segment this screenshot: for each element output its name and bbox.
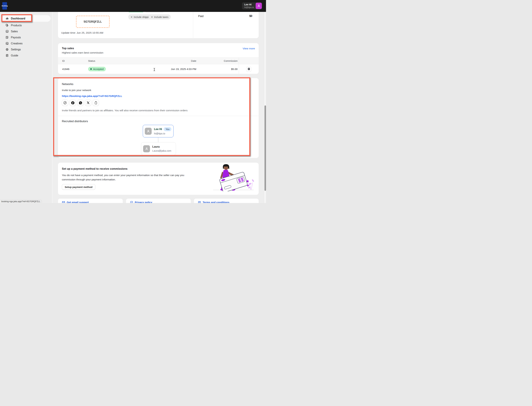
sidebar-item-label: Products <box>11 24 22 27</box>
cell-id: 41846 <box>58 68 84 71</box>
person-icon <box>145 147 149 151</box>
avatar <box>145 128 152 135</box>
top-sales-card: Top sales Highest sales earn best commis… <box>58 43 259 74</box>
setup-payment-label: Setup payment method <box>65 186 92 188</box>
terms-card[interactable]: Terms and conditions <box>194 199 259 203</box>
x-icon <box>86 101 90 104</box>
page-scrollbar[interactable] <box>264 12 266 203</box>
avatar <box>143 145 150 152</box>
sidebar-item-label: Payouts <box>11 36 21 39</box>
user-account-chip[interactable]: Lee Hi hi@tipo.io <box>242 2 262 9</box>
cell-date: Jun 19, 2025 4:03 PM <box>139 68 197 71</box>
cell-commission: $5.00 <box>197 68 239 71</box>
privacy-policy-card[interactable]: Privacy policy <box>126 199 191 203</box>
sidebar-item-label: Dashboard <box>11 17 25 20</box>
copy-link-icon <box>94 101 98 105</box>
networks-title: Networks <box>62 82 255 86</box>
table-row[interactable]: 41846 Accepted Jun 19, 2025 4:03 PM $5.0… <box>58 64 259 74</box>
share-facebook-button[interactable] <box>70 100 76 106</box>
referral-code-box[interactable]: 5G7GRQFZLL <box>76 16 110 28</box>
distributor-card-root[interactable]: Lee Hi You hi@tipo.io <box>143 125 174 138</box>
whatsapp-icon <box>79 101 82 105</box>
sidebar-item-creatives[interactable]: Creatives <box>2 40 50 46</box>
email-icon <box>62 201 65 203</box>
footer-card-label: Privacy policy <box>135 201 152 203</box>
distributor-name: Lee Hi <box>154 128 162 131</box>
include-taxes-chip[interactable]: ✕ Include taxes <box>149 14 171 20</box>
col-commission: Commission <box>197 59 239 62</box>
payment-title: Set up a payment method to receive commi… <box>62 167 127 170</box>
sidebar-item-label: Creatives <box>11 42 23 45</box>
booking-logo[interactable]: Booking <box>2 2 7 9</box>
pinterest-icon <box>63 101 67 105</box>
payment-body-line1: You do not have a payment method, you ca… <box>62 173 184 177</box>
close-icon[interactable]: ✕ <box>151 16 153 18</box>
sidebar-nav: Dashboard Products Sales <box>0 12 52 203</box>
top-sales-title: Top sales <box>62 47 74 50</box>
share-whatsapp-button[interactable] <box>77 100 84 106</box>
bar-chart-icon <box>5 17 9 20</box>
share-pinterest-button[interactable] <box>62 100 68 106</box>
document-icon <box>5 54 9 57</box>
sidebar-item-label: Settings <box>11 48 21 51</box>
top-header-bar: Booking Lee Hi hi@tipo.io <box>0 0 266 12</box>
view-order-button[interactable] <box>246 66 251 72</box>
setup-payment-button[interactable]: Setup payment method <box>62 184 95 190</box>
status-badge: Accepted <box>88 67 106 71</box>
price-tag-icon <box>5 24 9 27</box>
image-icon <box>5 42 9 45</box>
view-more-link[interactable]: View more <box>243 47 255 50</box>
sidebar-item-sales[interactable]: Sales <box>2 28 50 34</box>
payment-body-line2: commission through your payment informat… <box>62 177 184 182</box>
copy-link-button[interactable] <box>93 100 99 106</box>
share-x-button[interactable] <box>85 100 91 106</box>
footer-card-label: Get email support <box>67 201 89 203</box>
sidebar-item-label: Sales <box>11 30 18 33</box>
invite-label: Invite to join your network <box>62 89 255 92</box>
paid-label: Paid <box>198 15 203 18</box>
inbox-icon <box>5 30 9 33</box>
you-badge: You <box>164 127 171 131</box>
chip-label: Include taxes <box>154 16 168 18</box>
status-text: Accepted <box>93 68 104 71</box>
affiliate-dashboard-page: Booking Lee Hi hi@tipo.io <box>0 0 266 203</box>
shield-check-icon <box>130 201 133 203</box>
sidebar-item-settings[interactable]: Settings <box>2 46 50 52</box>
payment-illustration <box>212 163 256 191</box>
footer-card-label: Terms and conditions <box>203 201 229 203</box>
sidebar-item-label: Guide <box>11 54 18 57</box>
receipt-note-icon <box>5 36 9 39</box>
user-avatar[interactable] <box>256 3 262 9</box>
distributor-card-child[interactable]: Laura Laura@jaka.com <box>141 142 176 155</box>
sidebar-item-products[interactable]: Products <box>2 22 50 28</box>
recruited-title: Recruited distributors <box>62 120 255 123</box>
top-sales-subtitle: Highest sales earn best commission <box>62 51 103 54</box>
facebook-icon <box>71 101 75 105</box>
close-icon[interactable]: ✕ <box>131 16 133 18</box>
link-preview-statusbar: booking-nga.jaka.app/?ref=5G7GRQFZLL <box>0 200 42 203</box>
distributor-email: Laura@jaka.com <box>152 149 171 152</box>
scrollbar-thumb[interactable] <box>265 105 266 191</box>
sidebar-item-guide[interactable]: Guide <box>2 52 50 58</box>
referral-link[interactable]: https://booking-nga.jaka.app/?ref=5G7GRQ… <box>62 94 122 97</box>
person-icon <box>146 129 150 133</box>
paid-value: $0 <box>249 14 252 18</box>
person-icon <box>257 4 261 8</box>
sidebar-item-dashboard[interactable]: Dashboard <box>2 15 50 22</box>
email-support-card[interactable]: Get email support <box>58 199 123 203</box>
update-time: Update time: Jun 25, 2025 10:55 AM <box>61 31 103 34</box>
gear-icon <box>5 48 9 51</box>
distributor-name: Laura <box>152 145 171 148</box>
networks-card: Networks Invite to join your network htt… <box>58 78 259 158</box>
sidebar-item-payouts[interactable]: Payouts <box>2 34 50 40</box>
col-actions <box>239 58 259 64</box>
table-header-row: ID Status Date Commission <box>58 58 259 64</box>
receipt-icon <box>248 68 250 71</box>
status-dot-icon <box>90 68 92 70</box>
invite-caption: Invite friends and partners to join as a… <box>62 109 255 112</box>
col-status: Status <box>84 59 139 62</box>
payment-setup-card: Set up a payment method to receive commi… <box>58 163 259 195</box>
referral-code: 5G7GRQFZLL <box>84 20 102 23</box>
terms-icon <box>198 201 201 203</box>
status-url: booking-nga.jaka.app/?ref=5G7GRQFZLL <box>1 200 40 203</box>
